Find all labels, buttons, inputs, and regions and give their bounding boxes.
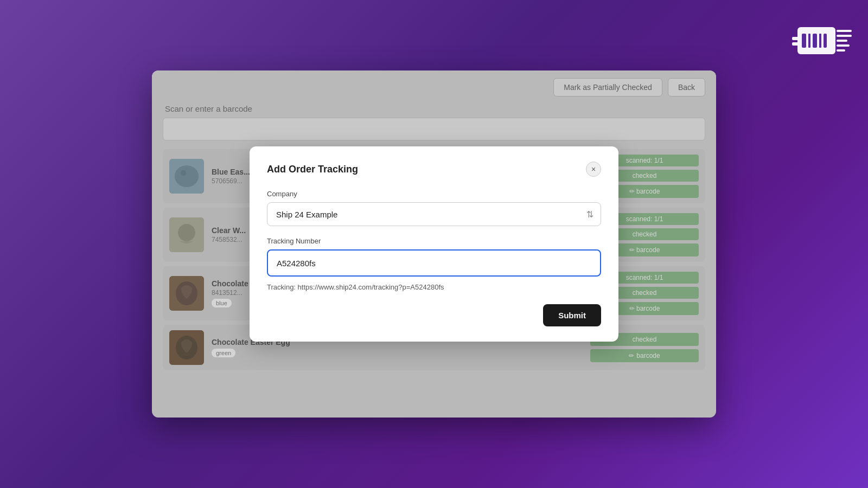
tracking-number-label: Tracking Number <box>267 237 601 245</box>
svg-rect-11 <box>792 37 799 40</box>
app-logo <box>792 11 857 70</box>
svg-rect-1 <box>802 34 806 48</box>
svg-rect-8 <box>837 40 847 42</box>
svg-rect-5 <box>824 34 827 48</box>
modal-overlay: Add Order Tracking × Company Ship 24 Exa… <box>152 70 716 418</box>
company-select-wrapper: Ship 24 Example DHL FedEx UPS USPS ⇅ <box>267 202 601 226</box>
svg-rect-2 <box>808 34 810 48</box>
svg-rect-4 <box>819 34 821 48</box>
company-select[interactable]: Ship 24 Example DHL FedEx UPS USPS <box>267 202 601 226</box>
tracking-link: Tracking: https://www.ship24.com/trackin… <box>267 283 601 291</box>
submit-button[interactable]: Submit <box>543 304 601 326</box>
modal-title: Add Order Tracking <box>267 164 358 175</box>
svg-rect-10 <box>837 49 845 52</box>
app-window: Mark as Partially Checked Back Scan or e… <box>152 70 716 418</box>
svg-rect-3 <box>813 34 817 48</box>
tracking-number-input[interactable] <box>267 249 601 277</box>
modal-header: Add Order Tracking × <box>267 162 601 177</box>
svg-rect-7 <box>837 35 852 37</box>
svg-rect-6 <box>837 30 852 32</box>
svg-rect-9 <box>837 44 850 47</box>
svg-rect-12 <box>792 42 799 46</box>
add-order-tracking-modal: Add Order Tracking × Company Ship 24 Exa… <box>250 146 618 342</box>
company-label: Company <box>267 190 601 198</box>
modal-footer: Submit <box>267 304 601 326</box>
modal-close-button[interactable]: × <box>586 162 601 177</box>
